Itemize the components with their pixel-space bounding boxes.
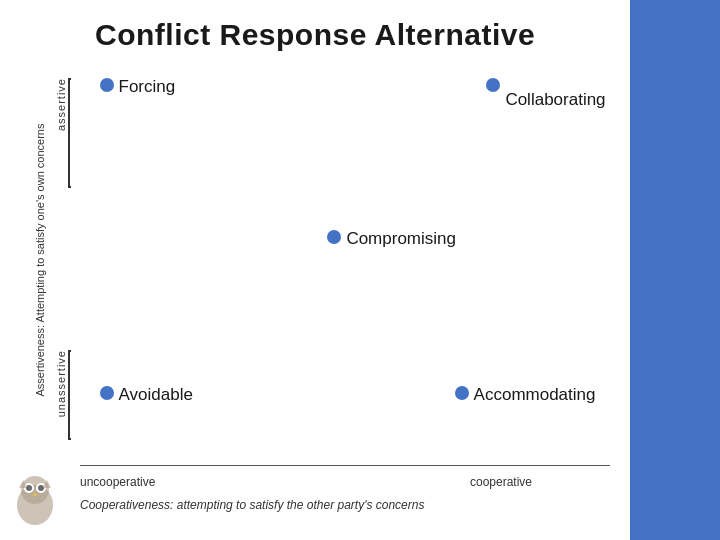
cooperative-label: cooperative <box>470 475 532 489</box>
uncooperative-label: uncooperative <box>80 475 155 489</box>
label-compromising: Compromising <box>346 229 456 249</box>
axis-line <box>80 465 610 466</box>
chart-area: ForcingCollaboratingCompromisingAvoidabl… <box>80 65 610 465</box>
dot-accommodating <box>455 386 469 400</box>
bottom-caption: Cooperativeness: attempting to satisfy t… <box>80 498 424 512</box>
unassertive-label: unassertive <box>55 350 67 417</box>
label-collaborating: Collaborating <box>505 90 605 110</box>
label-forcing: Forcing <box>119 77 176 97</box>
page-title: Conflict Response Alternative <box>95 18 535 52</box>
brace-assertive <box>68 78 71 188</box>
dot-compromising <box>327 230 341 244</box>
label-accommodating: Accommodating <box>474 385 596 405</box>
owl-icon <box>5 470 65 530</box>
label-avoidable: Avoidable <box>119 385 193 405</box>
assertive-label: assertive <box>55 78 67 131</box>
dot-collaborating <box>486 78 500 92</box>
dot-avoidable <box>100 386 114 400</box>
brace-unassertive <box>68 350 71 440</box>
blue-panel <box>630 0 720 540</box>
dot-forcing <box>100 78 114 92</box>
y-axis-text: Assertiveness: Attempting to satisfy one… <box>34 124 46 397</box>
main-content: Conflict Response Alternative Assertiven… <box>0 0 630 540</box>
